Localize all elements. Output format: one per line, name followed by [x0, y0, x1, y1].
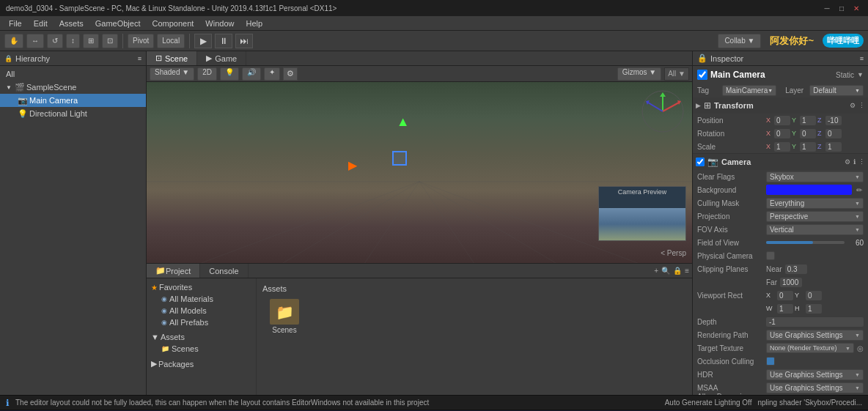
rendering-path-dropdown[interactable]: Use Graphics Settings: [766, 330, 864, 341]
viewport-h[interactable]: H 1: [795, 304, 822, 314]
position-y[interactable]: Y 1: [792, 116, 816, 125]
favorites-header[interactable]: ★ Favorites: [150, 281, 253, 293]
hierarchy-lock-icon[interactable]: 🔒: [4, 55, 12, 62]
scenes-folder-item[interactable]: 📁 Scenes: [150, 343, 253, 355]
object-enabled-checkbox[interactable]: [697, 70, 707, 80]
audio-button[interactable]: 🔊: [242, 67, 261, 81]
tab-game[interactable]: ▶ Game: [197, 51, 246, 65]
viewport-y[interactable]: Y 0: [795, 291, 822, 300]
camera-header[interactable]: 📷 Camera ⚙ ℹ ⋮: [693, 154, 868, 170]
background-color-swatch[interactable]: [766, 185, 852, 195]
position-xyz: X 0 Y 1 Z -10: [766, 116, 864, 125]
project-lock-button[interactable]: 🔒: [673, 267, 682, 275]
fx-button[interactable]: ✦: [264, 67, 280, 81]
viewport-w[interactable]: W 1: [766, 304, 793, 314]
menu-window[interactable]: Window: [199, 19, 240, 28]
hierarchy-menu-icon[interactable]: ≡: [138, 55, 141, 62]
camera-enabled-checkbox[interactable]: [696, 158, 705, 166]
shaded-button[interactable]: Shaded ▼: [150, 67, 194, 81]
all-models-item[interactable]: ◉ All Models: [150, 305, 253, 316]
fov-axis-dropdown[interactable]: Vertical: [766, 224, 864, 235]
scenes-asset-item[interactable]: 📁 Scenes: [262, 299, 306, 334]
scene-search[interactable]: All ▼: [664, 67, 689, 81]
fov-slider[interactable]: 60: [766, 239, 864, 247]
scene-settings-button[interactable]: ⚙: [283, 67, 298, 81]
transform-settings-icon[interactable]: ⚙: [850, 102, 856, 109]
tab-scene[interactable]: ⊡ Scene: [147, 51, 197, 65]
rotation-y[interactable]: Y 0: [792, 129, 816, 138]
position-x[interactable]: X 0: [766, 116, 790, 125]
step-button[interactable]: ⏭: [235, 34, 253, 48]
background-edit-button[interactable]: ✏: [855, 186, 864, 194]
rotation-x[interactable]: X 0: [766, 129, 790, 138]
transform-header[interactable]: ▶ ⊞ Transform ⚙ ⋮: [693, 97, 868, 114]
tool-transform[interactable]: ⊡: [102, 34, 118, 48]
scale-y[interactable]: Y 1: [792, 142, 816, 152]
clear-flags-dropdown[interactable]: Skybox: [766, 171, 864, 182]
near-label: Near: [766, 265, 782, 273]
close-button[interactable]: ✕: [850, 2, 862, 14]
target-texture-pick-icon[interactable]: ◎: [857, 344, 864, 352]
menu-assets[interactable]: Assets: [54, 19, 89, 28]
project-menu-button[interactable]: ≡: [685, 267, 689, 275]
physical-camera-label: Physical Camera: [697, 252, 763, 260]
tool-move[interactable]: ↔: [26, 34, 44, 48]
menu-help[interactable]: Help: [240, 19, 268, 28]
project-search-button[interactable]: 🔍: [661, 267, 670, 275]
transform-overflow-icon[interactable]: ⋮: [858, 102, 865, 109]
scale-x[interactable]: X 1: [766, 142, 790, 152]
hierarchy-item-samplescene[interactable]: ▼ 🎬 SampleScene: [0, 81, 146, 94]
occlusion-culling-checkbox[interactable]: [766, 357, 775, 366]
pivot-button[interactable]: Pivot: [128, 34, 154, 48]
all-materials-item[interactable]: ◉ All Materials: [150, 293, 253, 305]
maximize-button[interactable]: □: [836, 2, 847, 14]
menu-component[interactable]: Component: [146, 19, 199, 28]
tab-project[interactable]: 📁 Project: [147, 264, 200, 278]
local-button[interactable]: Local: [157, 34, 185, 48]
camera-info-icon[interactable]: ℹ: [853, 158, 856, 166]
target-texture-dropdown[interactable]: None (Render Texture): [766, 343, 854, 353]
tool-scale[interactable]: ↕: [66, 34, 80, 48]
viewport-x[interactable]: X 0: [766, 291, 793, 300]
menu-gameobject[interactable]: GameObject: [89, 19, 147, 28]
near-value[interactable]: 0.3: [785, 264, 807, 274]
physical-camera-checkbox[interactable]: [766, 251, 775, 260]
scale-z[interactable]: Z 1: [817, 142, 842, 152]
all-prefabs-item[interactable]: ◉ All Prefabs: [150, 316, 253, 328]
menu-file[interactable]: File: [3, 19, 28, 28]
tag-dropdown[interactable]: MainCamera: [722, 85, 776, 96]
inspector-menu-icon[interactable]: ≡: [860, 55, 864, 62]
hdr-dropdown[interactable]: Use Graphics Settings: [766, 369, 864, 380]
position-z[interactable]: Z -10: [817, 116, 842, 125]
tab-console[interactable]: Console: [200, 264, 248, 278]
play-button[interactable]: ▶: [194, 34, 212, 48]
projection-dropdown[interactable]: Perspective: [766, 211, 864, 222]
collab-button[interactable]: Collab ▼: [718, 34, 761, 48]
assets-sidebar-header[interactable]: ▼ Assets: [150, 331, 253, 343]
hierarchy-item-all[interactable]: All: [0, 67, 146, 81]
tool-hand[interactable]: ✋: [4, 34, 23, 48]
rotation-z[interactable]: Z 0: [817, 129, 842, 138]
hierarchy-item-main-camera[interactable]: 📷 Main Camera: [0, 94, 146, 107]
lights-button[interactable]: 💡: [220, 67, 239, 81]
gizmos-button[interactable]: Gizmos ▼: [617, 67, 662, 81]
tool-rect[interactable]: ⊞: [83, 34, 99, 48]
hierarchy-item-directional-light[interactable]: 💡 Directional Light: [0, 107, 146, 120]
static-dropdown-icon[interactable]: ▼: [857, 71, 864, 78]
msaa-dropdown[interactable]: Use Graphics Settings: [766, 382, 864, 393]
culling-mask-dropdown[interactable]: Everything: [766, 198, 864, 209]
depth-value[interactable]: -1: [766, 317, 864, 327]
project-add-button[interactable]: +: [654, 267, 658, 275]
tool-rotate[interactable]: ↺: [47, 34, 63, 48]
far-value[interactable]: 1000: [780, 278, 802, 287]
pause-button[interactable]: ⏸: [215, 34, 232, 48]
inspector-lock-icon[interactable]: 🔒: [697, 53, 707, 63]
2d-button[interactable]: 2D: [197, 67, 217, 81]
scene-viewport[interactable]: ▲ ▶ < Persp Camera Pre: [147, 82, 692, 263]
menu-edit[interactable]: Edit: [28, 19, 54, 28]
packages-header[interactable]: ▶ Packages: [150, 358, 253, 370]
layer-dropdown[interactable]: Default: [809, 85, 864, 96]
camera-overflow-icon[interactable]: ⋮: [858, 158, 865, 166]
minimize-button[interactable]: ─: [821, 2, 833, 14]
camera-settings-icon[interactable]: ⚙: [845, 158, 850, 166]
